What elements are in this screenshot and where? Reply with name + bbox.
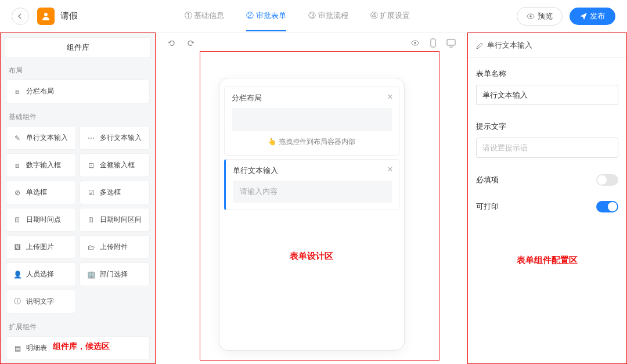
name-input[interactable] — [476, 85, 618, 105]
library-title: 组件库 — [5, 38, 150, 57]
table-icon: ▤ — [13, 344, 21, 352]
lib-item-basic-3[interactable]: ⊡金额输入框 — [80, 154, 149, 176]
app-title: 请假 — [60, 10, 78, 21]
section-expand-label: 扩展组件 — [1, 320, 155, 337]
preview-button[interactable]: 预览 — [517, 7, 563, 26]
step-basic-info[interactable]: ① 基础信息 — [185, 10, 225, 31]
lib-item-basic-9[interactable]: 🗁上传附件 — [80, 236, 149, 258]
drop-hint: 👆 拖拽控件到布局容器内部 — [232, 131, 392, 148]
lib-item-label: 多行文本输入 — [100, 133, 142, 143]
lib-item-label: 说明文字 — [26, 297, 54, 307]
component-icon: 🗁 — [87, 243, 95, 251]
app-icon — [37, 8, 55, 25]
lib-item-label: 单行文本输入 — [26, 133, 68, 143]
lib-item-column-layout[interactable]: ⧈ 分栏布局 — [6, 80, 149, 103]
lib-item-label: 分栏布局 — [26, 87, 54, 96]
lib-item-label: 上传图片 — [26, 242, 54, 252]
step-approval-form[interactable]: ② 审批表单 — [246, 10, 286, 31]
publish-label: 发布 — [590, 11, 605, 21]
pencil-icon — [476, 42, 484, 49]
svg-point-2 — [529, 15, 532, 17]
step-extend-settings[interactable]: ④ 扩展设置 — [370, 10, 410, 31]
component-icon: 🏢 — [87, 271, 95, 279]
lib-item-label: 日期时间区间 — [100, 215, 142, 225]
svg-point-0 — [44, 13, 48, 16]
lib-item-basic-2[interactable]: ⧈数字输入框 — [6, 154, 75, 176]
pointer-icon: 👆 — [268, 138, 276, 146]
component-icon: 👤 — [13, 271, 21, 279]
eye-icon — [527, 12, 535, 20]
phone-preview: 分栏布局 × 👆 拖拽控件到布局容器内部 单行文本输入 × 请输入内容 — [219, 78, 405, 351]
hint-input[interactable] — [476, 138, 618, 158]
lib-item-label: 人员选择 — [26, 269, 54, 279]
svg-point-4 — [414, 42, 416, 44]
config-panel: 单行文本输入 表单名称 提示文字 必填项 可打印 表单组件配置区 — [467, 33, 627, 364]
send-icon — [580, 13, 587, 20]
config-title: 单行文本输入 — [487, 40, 532, 51]
lib-item-basic-6[interactable]: 🗓日期时间点 — [6, 208, 75, 231]
layout-icon: ⧈ — [13, 88, 21, 96]
component-icon: ⊘ — [13, 189, 21, 197]
redo-button[interactable] — [186, 38, 195, 48]
layout-card[interactable]: 分栏布局 × 👆 拖拽控件到布局容器内部 — [224, 87, 399, 156]
lib-item-basic-10[interactable]: 👤人员选择 — [6, 263, 75, 286]
lib-item-label: 部门选择 — [100, 269, 128, 279]
lib-item-label: 日期时间点 — [26, 215, 61, 225]
component-icon: ✎ — [13, 134, 21, 142]
lib-item-basic-7[interactable]: 🗓日期时间区间 — [80, 208, 149, 231]
component-icon: ⧈ — [13, 161, 21, 170]
undo-button[interactable] — [167, 38, 176, 48]
component-icon: ⋯ — [87, 134, 95, 142]
publish-button[interactable]: 发布 — [570, 8, 615, 25]
mobile-icon[interactable] — [429, 38, 437, 48]
lib-item-basic-4[interactable]: ⊘单选框 — [6, 181, 75, 204]
section-layout-label: 布局 — [1, 63, 155, 80]
lib-item-basic-8[interactable]: 🖼上传图片 — [6, 236, 75, 258]
component-icon: ☑ — [87, 189, 95, 197]
lib-item-label: 数字输入框 — [26, 160, 61, 170]
component-icon: 🖼 — [13, 243, 21, 251]
text-input-card[interactable]: 单行文本输入 × 请输入内容 — [224, 159, 399, 210]
hint-label: 提示文字 — [476, 121, 618, 132]
lib-item-basic-11[interactable]: 🏢部门选择 — [80, 263, 149, 286]
config-header: 单行文本输入 — [468, 33, 626, 58]
back-button[interactable] — [12, 8, 29, 25]
printable-switch[interactable] — [596, 201, 618, 212]
lib-item-label: 明细表 — [26, 343, 47, 353]
required-label: 必填项 — [476, 175, 499, 185]
lib-item-basic-1[interactable]: ⋯多行文本输入 — [80, 127, 149, 149]
lib-item-label: 多选框 — [100, 188, 121, 197]
lib-item-label: 上传附件 — [100, 242, 128, 252]
name-label: 表单名称 — [476, 69, 618, 79]
layout-card-title: 分栏布局 — [232, 93, 392, 103]
canvas: 表单设计区 分栏布局 × 👆 拖拽控件到布局容器内部 单行文本输入 × 请输入内… — [156, 33, 467, 364]
lib-item-basic-12[interactable]: ⓘ说明文字 — [6, 290, 75, 313]
text-card-title: 单行文本输入 — [233, 165, 392, 176]
component-icon: 🗓 — [13, 216, 21, 224]
close-icon[interactable]: × — [387, 164, 392, 175]
component-icon: ⊡ — [87, 161, 95, 170]
lib-item-basic-5[interactable]: ☑多选框 — [80, 181, 149, 204]
visibility-icon[interactable] — [410, 38, 420, 48]
lib-item-label: 金额输入框 — [100, 160, 135, 170]
svg-rect-5 — [431, 39, 435, 47]
canvas-annotation: 表单设计区 — [290, 251, 333, 262]
drop-zone[interactable] — [232, 108, 392, 131]
text-placeholder: 请输入内容 — [233, 181, 392, 203]
required-switch[interactable] — [596, 174, 618, 186]
svg-rect-6 — [447, 39, 455, 45]
lib-item-label: 单选框 — [26, 188, 47, 197]
step-approval-flow[interactable]: ③ 审批流程 — [308, 10, 348, 31]
section-basic-label: 基础组件 — [1, 110, 155, 127]
desktop-icon[interactable] — [446, 38, 456, 48]
library-annotation: 组件库，候选区 — [53, 341, 110, 352]
preview-label: 预览 — [538, 11, 553, 21]
close-icon[interactable]: × — [387, 92, 392, 102]
lib-item-basic-0[interactable]: ✎单行文本输入 — [6, 127, 75, 149]
component-library: 组件库 布局 ⧈ 分栏布局 基础组件 ✎单行文本输入⋯多行文本输入⧈数字输入框⊡… — [0, 33, 156, 364]
steps-nav: ① 基础信息 ② 审批表单 ③ 审批流程 ④ 扩展设置 — [185, 1, 410, 31]
printable-label: 可打印 — [476, 201, 499, 212]
component-icon: 🗓 — [87, 216, 95, 224]
config-annotation: 表单组件配置区 — [517, 255, 578, 266]
header-actions: 预览 发布 — [517, 7, 615, 26]
